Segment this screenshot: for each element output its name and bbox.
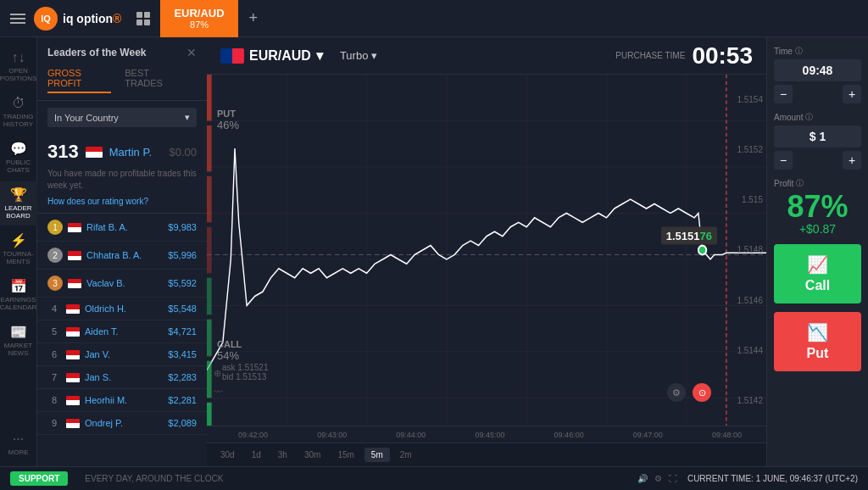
- leaderboard-item[interactable]: 2 Chhatra B. A. $5,996: [37, 242, 207, 270]
- status-icons: 🔊 ⚙ ⛶: [637, 474, 677, 483]
- period-3h[interactable]: 3h: [271, 448, 294, 462]
- nav-label-tournaments: TOURNA-MENTS: [3, 251, 33, 266]
- leaderboard-item[interactable]: 3 Vaclav B. $5,592: [37, 270, 207, 298]
- current-price-main: 1.5151: [666, 230, 700, 242]
- leaderboard-item[interactable]: 5 Aiden T. $4,721: [37, 320, 207, 343]
- chart-settings-button[interactable]: ⚙: [667, 383, 686, 402]
- tab-best-trades[interactable]: BEST TRADES: [125, 64, 183, 93]
- svg-rect-23: [207, 403, 212, 426]
- period-1d[interactable]: 1d: [245, 448, 268, 462]
- topbar: IQ iq option® EUR/AUD 87% +: [0, 0, 868, 37]
- chart-pair-label: EUR/AUD: [249, 48, 311, 64]
- ask-bid-display: ask 1.51521 bid 1.51513: [222, 363, 269, 381]
- profit-pct-value: 87%: [774, 192, 861, 222]
- no-trades-message: You have made no profitable trades this …: [47, 163, 197, 197]
- flag-icon: [66, 396, 80, 405]
- my-rank-number: 313: [47, 141, 79, 163]
- leaderboard-icon: 🏆: [10, 187, 27, 203]
- leader-name: Aiden T.: [85, 326, 163, 337]
- sidebar-item-leaderboard[interactable]: 🏆 LEADERBOARD: [0, 181, 37, 226]
- leader-profit: $9,983: [168, 222, 197, 232]
- right-panel: Time ⓘ 09:48 − + Amount ⓘ $ 1 − + Profit: [766, 37, 868, 466]
- pair-label: EUR/AUD: [174, 7, 224, 19]
- flag-icon: [66, 419, 80, 428]
- filter-chevron-icon: ▾: [185, 112, 190, 123]
- ask-value: 1.51521: [237, 363, 268, 372]
- nav-label-public-chats: PUBLICCHATS: [6, 159, 31, 175]
- time-stepper: − +: [774, 85, 861, 103]
- time-axis: 09:42:00 09:43:00 09:44:00 09:45:00 09:4…: [207, 426, 766, 443]
- put-label: PUT: [217, 109, 239, 119]
- leaderboard-item[interactable]: 8 Heorhii M. $2,281: [37, 389, 207, 412]
- leaderboard-item[interactable]: 9 Ondrej P. $2,089: [37, 412, 207, 435]
- chart-tools: ⊕ 〰: [214, 368, 229, 402]
- amount-increase-button[interactable]: +: [843, 151, 861, 170]
- earnings-calendar-icon: 📅: [10, 278, 27, 294]
- leader-profit: $5,592: [168, 278, 197, 288]
- svg-rect-22: [207, 361, 212, 398]
- nav-label-more: MORE: [8, 449, 29, 457]
- leaderboard-item[interactable]: 6 Jan V. $3,415: [37, 343, 207, 366]
- pair-selector[interactable]: EUR/AUD ▾: [220, 47, 323, 64]
- sidebar-item-earnings-calendar[interactable]: 📅 EARNINGSCALENDAR: [0, 273, 37, 317]
- period-5m[interactable]: 5m: [364, 448, 390, 462]
- time-increase-button[interactable]: +: [843, 85, 861, 103]
- sidebar: ↑↓ OPENPOSITIONS ⏱ TRADINGHISTORY 💬 PUBL…: [0, 37, 207, 466]
- profit-label: Profit ⓘ: [774, 178, 861, 189]
- time-value: 09:48: [774, 59, 861, 81]
- logo-text: iq option®: [63, 12, 121, 25]
- support-button[interactable]: SUPPORT: [10, 471, 68, 486]
- chart-marker-button[interactable]: ⊙: [693, 383, 711, 402]
- draw-tool-icon[interactable]: 〰: [214, 387, 229, 402]
- add-tab-button[interactable]: +: [238, 0, 269, 37]
- svg-rect-17: [207, 125, 212, 171]
- svg-rect-21: [207, 320, 212, 357]
- amount-decrease-button[interactable]: −: [774, 151, 793, 170]
- sidebar-item-trading-history[interactable]: ⏱ TRADINGHISTORY: [0, 90, 37, 134]
- leaderboard-item[interactable]: 4 Oldrich H. $5,548: [37, 298, 207, 320]
- flag-icon: [68, 279, 81, 288]
- main-content: ↑↓ OPENPOSITIONS ⏱ TRADINGHISTORY 💬 PUBL…: [0, 37, 868, 466]
- sidebar-item-open-positions[interactable]: ↑↓ OPENPOSITIONS: [0, 44, 37, 88]
- sidebar-item-tournaments[interactable]: ⚡ TOURNA-MENTS: [0, 227, 37, 271]
- fullscreen-icon[interactable]: ⛶: [669, 474, 677, 483]
- leader-name: Rifat B. A.: [86, 222, 163, 232]
- open-positions-icon: ↑↓: [12, 50, 25, 65]
- flag-icon: [68, 223, 81, 232]
- period-30m[interactable]: 30m: [298, 448, 327, 462]
- menu-button[interactable]: [10, 14, 25, 24]
- leaderboard-close-button[interactable]: ✕: [186, 46, 197, 59]
- active-pair-tab[interactable]: EUR/AUD 87%: [160, 0, 237, 37]
- period-30d[interactable]: 30d: [214, 448, 242, 462]
- amount-value: $ 1: [774, 125, 861, 148]
- leaderboard-panel: Leaders of the Week ✕ GROSS PROFIT BEST …: [37, 37, 207, 466]
- zoom-tool-icon[interactable]: ⊕: [214, 368, 229, 383]
- call-button-label: Call: [805, 278, 830, 293]
- settings-icon[interactable]: ⚙: [654, 474, 662, 483]
- volume-icon[interactable]: 🔊: [637, 474, 648, 483]
- sidebar-item-more[interactable]: ··· MORE: [0, 422, 37, 466]
- time-decrease-button[interactable]: −: [774, 85, 793, 103]
- market-news-icon: 📰: [10, 324, 27, 340]
- turbo-selector[interactable]: Turbo ▾: [333, 46, 384, 65]
- svg-rect-18: [207, 176, 212, 222]
- my-flag-icon: [86, 147, 103, 158]
- period-2m[interactable]: 2m: [393, 448, 419, 462]
- leader-profit: $4,721: [168, 326, 197, 337]
- leaderboard-item[interactable]: 1 Rifat B. A. $9,983: [37, 214, 207, 242]
- sidebar-item-market-news[interactable]: 📰 MARKETNEWS: [0, 319, 37, 363]
- grid-view-button[interactable]: [136, 12, 150, 25]
- svg-rect-20: [207, 278, 212, 315]
- call-pct: 54%: [217, 349, 242, 362]
- status-bar: SUPPORT EVERY DAY, AROUND THE CLOCK 🔊 ⚙ …: [0, 466, 868, 490]
- country-filter-dropdown[interactable]: In Your Country ▾: [47, 108, 197, 127]
- sidebar-item-public-chats[interactable]: 💬 PUBLICCHATS: [0, 136, 37, 180]
- rating-link[interactable]: How does our rating work?: [47, 197, 197, 206]
- chart-canvas: 1.5154 1.5152 1.515 1.5148 1.5146 1.5144…: [207, 75, 766, 426]
- leaderboard-item[interactable]: 7 Jan S. $2,283: [37, 366, 207, 389]
- leader-profit: $2,281: [168, 395, 197, 405]
- call-button[interactable]: 📈 Call: [774, 244, 861, 303]
- tab-gross-profit[interactable]: GROSS PROFIT: [47, 64, 111, 93]
- put-button[interactable]: 📉 Put: [774, 312, 861, 371]
- period-15m[interactable]: 15m: [331, 448, 360, 462]
